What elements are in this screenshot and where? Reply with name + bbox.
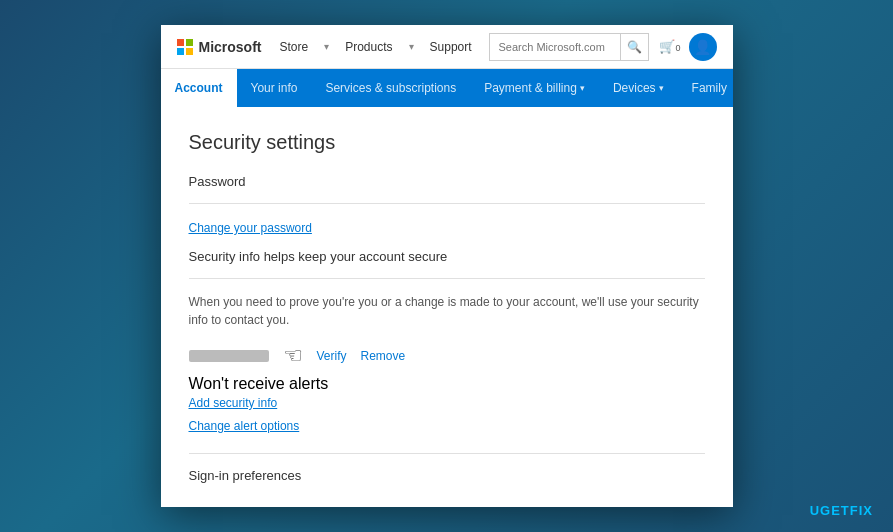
tab-your-info[interactable]: Your info [237, 69, 312, 107]
microsoft-logo[interactable]: Microsoft [177, 39, 262, 55]
top-nav-links: Store ▾ Products ▾ Support [280, 40, 490, 54]
change-password-link[interactable]: Change your password [189, 221, 312, 235]
payment-dropdown-icon: ▾ [580, 83, 585, 93]
tab-family[interactable]: Family [678, 69, 733, 107]
nav-store[interactable]: Store [280, 40, 309, 54]
user-icon: 👤 [694, 39, 711, 55]
search-button[interactable]: 🔍 [620, 34, 648, 60]
cart-icon[interactable]: 🛒0 [659, 39, 680, 54]
sign-in-preferences-label: Sign-in preferences [189, 468, 705, 483]
security-info-section: Security info helps keep your account se… [189, 249, 705, 439]
tab-payment[interactable]: Payment & billing ▾ [470, 69, 599, 107]
page-title: Security settings [189, 131, 705, 154]
watermark: UGETFIX [810, 503, 873, 518]
watermark-highlight: ET [831, 503, 850, 518]
security-item-row: ☞ Verify Remove [189, 343, 705, 369]
tab-devices[interactable]: Devices ▾ [599, 69, 678, 107]
browser-window: Microsoft Store ▾ Products ▾ Support 🔍 🛒… [161, 25, 733, 507]
verify-link[interactable]: Verify [317, 349, 347, 363]
microsoft-brand-text: Microsoft [199, 39, 262, 55]
top-nav: Microsoft Store ▾ Products ▾ Support 🔍 🛒… [161, 25, 733, 69]
nav-products[interactable]: Products [345, 40, 392, 54]
security-divider [189, 278, 705, 279]
cursor-hand-icon: ☞ [283, 343, 303, 369]
main-content: Security settings Password Change your p… [161, 107, 733, 507]
security-description: When you need to prove you're you or a c… [189, 293, 705, 329]
nav-support[interactable]: Support [430, 40, 472, 54]
add-security-info-link[interactable]: Add security info [189, 396, 278, 410]
password-section: Password Change your password [189, 174, 705, 241]
remove-link[interactable]: Remove [361, 349, 406, 363]
user-avatar[interactable]: 👤 [689, 33, 717, 61]
cart-count: 0 [675, 43, 680, 53]
microsoft-grid-icon [177, 39, 193, 55]
search-input[interactable] [490, 41, 620, 53]
wont-receive-alerts: Won't receive alerts [189, 375, 705, 393]
change-alert-options-link[interactable]: Change alert options [189, 419, 300, 433]
masked-contact-info [189, 350, 269, 362]
add-links: Add security info Change alert options [189, 393, 705, 439]
password-divider [189, 203, 705, 204]
account-nav: Account Your info Services & subscriptio… [161, 69, 733, 107]
sign-in-divider [189, 453, 705, 454]
devices-dropdown-icon: ▾ [659, 83, 664, 93]
watermark-prefix: UG [810, 503, 832, 518]
watermark-suffix: FIX [850, 503, 873, 518]
tab-account[interactable]: Account [161, 69, 237, 107]
store-dropdown-icon: ▾ [324, 41, 329, 52]
security-info-label: Security info helps keep your account se… [189, 249, 705, 264]
password-label: Password [189, 174, 705, 189]
search-area: 🔍 [489, 33, 649, 61]
products-dropdown-icon: ▾ [409, 41, 414, 52]
tab-services[interactable]: Services & subscriptions [311, 69, 470, 107]
